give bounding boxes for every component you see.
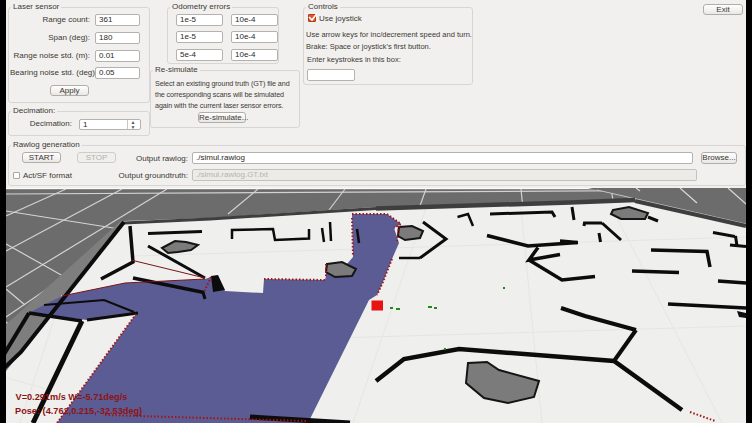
svg-text:Pose: (4.762,0.215,-32.53deg): Pose: (4.762,0.215,-32.53deg) (15, 406, 142, 416)
svg-text:V=0.291m/s W=-5.71deg/s: V=0.291m/s W=-5.71deg/s (16, 392, 128, 402)
